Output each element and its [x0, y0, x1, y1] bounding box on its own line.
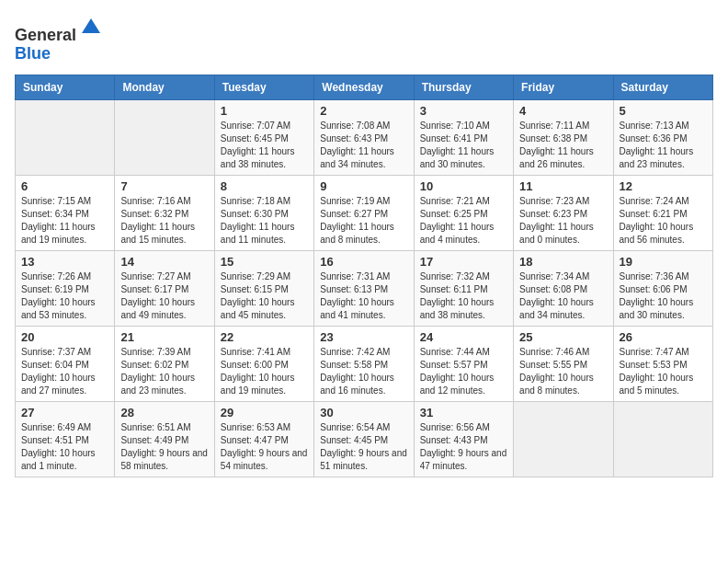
day-number: 20: [21, 330, 108, 344]
calendar-week-row: 13Sunrise: 7:26 AM Sunset: 6:19 PM Dayli…: [16, 250, 713, 326]
calendar-cell: 11Sunrise: 7:23 AM Sunset: 6:23 PM Dayli…: [514, 175, 613, 250]
calendar-cell: 6Sunrise: 7:15 AM Sunset: 6:34 PM Daylig…: [16, 175, 115, 250]
day-info: Sunrise: 7:47 AM Sunset: 5:53 PM Dayligh…: [620, 346, 707, 397]
day-number: 6: [21, 179, 108, 193]
calendar-cell: 19Sunrise: 7:36 AM Sunset: 6:06 PM Dayli…: [613, 250, 712, 326]
page-header: General Blue: [15, 15, 713, 63]
calendar-cell: 23Sunrise: 7:42 AM Sunset: 5:58 PM Dayli…: [314, 326, 414, 401]
calendar-week-row: 20Sunrise: 7:37 AM Sunset: 6:04 PM Dayli…: [16, 326, 713, 401]
day-number: 15: [221, 255, 308, 269]
day-info: Sunrise: 7:32 AM Sunset: 6:11 PM Dayligh…: [420, 270, 507, 322]
day-number: 13: [21, 255, 108, 269]
calendar-cell: 22Sunrise: 7:41 AM Sunset: 6:00 PM Dayli…: [214, 326, 313, 401]
calendar-cell: [514, 401, 613, 477]
day-number: 5: [620, 104, 707, 118]
day-number: 26: [620, 330, 707, 344]
weekday-header-wednesday: Wednesday: [314, 75, 414, 99]
calendar-cell: 15Sunrise: 7:29 AM Sunset: 6:15 PM Dayli…: [214, 250, 313, 326]
calendar-week-row: 6Sunrise: 7:15 AM Sunset: 6:34 PM Daylig…: [16, 175, 713, 250]
calendar-cell: 12Sunrise: 7:24 AM Sunset: 6:21 PM Dayli…: [613, 175, 712, 250]
calendar-cell: 8Sunrise: 7:18 AM Sunset: 6:30 PM Daylig…: [214, 175, 313, 250]
calendar-week-row: 1Sunrise: 7:07 AM Sunset: 6:45 PM Daylig…: [16, 99, 713, 175]
weekday-header-saturday: Saturday: [613, 75, 712, 99]
calendar-cell: 31Sunrise: 6:56 AM Sunset: 4:43 PM Dayli…: [414, 401, 513, 477]
day-info: Sunrise: 7:34 AM Sunset: 6:08 PM Dayligh…: [519, 270, 607, 322]
day-number: 19: [620, 255, 707, 269]
day-info: Sunrise: 7:10 AM Sunset: 6:41 PM Dayligh…: [420, 120, 507, 171]
calendar-cell: 2Sunrise: 7:08 AM Sunset: 6:43 PM Daylig…: [314, 99, 414, 175]
calendar-cell: 10Sunrise: 7:21 AM Sunset: 6:25 PM Dayli…: [414, 175, 513, 250]
weekday-header-row: SundayMondayTuesdayWednesdayThursdayFrid…: [16, 75, 713, 99]
calendar-week-row: 27Sunrise: 6:49 AM Sunset: 4:51 PM Dayli…: [16, 401, 713, 477]
logo: General Blue: [15, 15, 104, 63]
calendar-cell: [16, 99, 115, 175]
calendar-cell: 16Sunrise: 7:31 AM Sunset: 6:13 PM Dayli…: [314, 250, 414, 326]
day-info: Sunrise: 6:54 AM Sunset: 4:45 PM Dayligh…: [320, 421, 407, 473]
day-info: Sunrise: 7:29 AM Sunset: 6:15 PM Dayligh…: [221, 270, 308, 322]
calendar-cell: 21Sunrise: 7:39 AM Sunset: 6:02 PM Dayli…: [115, 326, 214, 401]
calendar-cell: 28Sunrise: 6:51 AM Sunset: 4:49 PM Dayli…: [115, 401, 214, 477]
day-number: 1: [221, 104, 308, 118]
day-info: Sunrise: 7:31 AM Sunset: 6:13 PM Dayligh…: [320, 270, 407, 322]
weekday-header-thursday: Thursday: [414, 75, 513, 99]
calendar-cell: 29Sunrise: 6:53 AM Sunset: 4:47 PM Dayli…: [214, 401, 313, 477]
day-info: Sunrise: 6:51 AM Sunset: 4:49 PM Dayligh…: [120, 421, 208, 473]
calendar-cell: 24Sunrise: 7:44 AM Sunset: 5:57 PM Dayli…: [414, 326, 513, 401]
weekday-header-sunday: Sunday: [16, 75, 115, 99]
logo-icon: [78, 15, 104, 40]
day-number: 27: [21, 406, 108, 419]
day-number: 28: [120, 406, 208, 419]
logo-blue: Blue: [15, 44, 51, 63]
day-number: 7: [120, 179, 208, 193]
calendar-table: SundayMondayTuesdayWednesdayThursdayFrid…: [15, 75, 713, 477]
calendar-cell: [613, 401, 712, 477]
weekday-header-monday: Monday: [115, 75, 214, 99]
day-number: 23: [320, 330, 407, 344]
day-info: Sunrise: 7:08 AM Sunset: 6:43 PM Dayligh…: [320, 120, 407, 171]
day-info: Sunrise: 7:36 AM Sunset: 6:06 PM Dayligh…: [620, 270, 707, 322]
day-number: 14: [120, 255, 208, 269]
day-info: Sunrise: 7:41 AM Sunset: 6:00 PM Dayligh…: [221, 346, 308, 397]
day-number: 10: [420, 179, 507, 193]
day-info: Sunrise: 7:39 AM Sunset: 6:02 PM Dayligh…: [120, 346, 208, 397]
day-info: Sunrise: 7:46 AM Sunset: 5:55 PM Dayligh…: [519, 346, 607, 397]
calendar-cell: 30Sunrise: 6:54 AM Sunset: 4:45 PM Dayli…: [314, 401, 414, 477]
calendar-cell: 17Sunrise: 7:32 AM Sunset: 6:11 PM Dayli…: [414, 250, 513, 326]
day-number: 25: [519, 330, 607, 344]
calendar-cell: 26Sunrise: 7:47 AM Sunset: 5:53 PM Dayli…: [613, 326, 712, 401]
day-info: Sunrise: 7:07 AM Sunset: 6:45 PM Dayligh…: [221, 120, 308, 171]
day-number: 22: [221, 330, 308, 344]
day-info: Sunrise: 7:42 AM Sunset: 5:58 PM Dayligh…: [320, 346, 407, 397]
logo-general: General: [15, 26, 76, 44]
calendar-cell: 14Sunrise: 7:27 AM Sunset: 6:17 PM Dayli…: [115, 250, 214, 326]
day-info: Sunrise: 7:21 AM Sunset: 6:25 PM Dayligh…: [420, 195, 507, 247]
calendar-cell: 4Sunrise: 7:11 AM Sunset: 6:38 PM Daylig…: [514, 99, 613, 175]
weekday-header-tuesday: Tuesday: [214, 75, 313, 99]
day-number: 9: [320, 179, 407, 193]
calendar-cell: 13Sunrise: 7:26 AM Sunset: 6:19 PM Dayli…: [16, 250, 115, 326]
day-number: 29: [221, 406, 308, 419]
calendar-cell: 18Sunrise: 7:34 AM Sunset: 6:08 PM Dayli…: [514, 250, 613, 326]
svg-marker-0: [82, 18, 100, 33]
day-info: Sunrise: 7:18 AM Sunset: 6:30 PM Dayligh…: [221, 195, 308, 247]
day-number: 2: [320, 104, 407, 118]
weekday-header-friday: Friday: [514, 75, 613, 99]
calendar-cell: 9Sunrise: 7:19 AM Sunset: 6:27 PM Daylig…: [314, 175, 414, 250]
day-number: 18: [519, 255, 607, 269]
day-info: Sunrise: 6:53 AM Sunset: 4:47 PM Dayligh…: [221, 421, 308, 473]
day-number: 11: [519, 179, 607, 193]
day-info: Sunrise: 7:44 AM Sunset: 5:57 PM Dayligh…: [420, 346, 507, 397]
day-info: Sunrise: 7:24 AM Sunset: 6:21 PM Dayligh…: [620, 195, 707, 247]
day-number: 24: [420, 330, 507, 344]
calendar-cell: 3Sunrise: 7:10 AM Sunset: 6:41 PM Daylig…: [414, 99, 513, 175]
day-info: Sunrise: 7:13 AM Sunset: 6:36 PM Dayligh…: [620, 120, 707, 171]
day-info: Sunrise: 7:19 AM Sunset: 6:27 PM Dayligh…: [320, 195, 407, 247]
day-info: Sunrise: 7:15 AM Sunset: 6:34 PM Dayligh…: [21, 195, 108, 247]
day-number: 8: [221, 179, 308, 193]
day-info: Sunrise: 7:16 AM Sunset: 6:32 PM Dayligh…: [120, 195, 208, 247]
day-number: 16: [320, 255, 407, 269]
day-info: Sunrise: 7:23 AM Sunset: 6:23 PM Dayligh…: [519, 195, 607, 247]
calendar-cell: 7Sunrise: 7:16 AM Sunset: 6:32 PM Daylig…: [115, 175, 214, 250]
day-info: Sunrise: 7:11 AM Sunset: 6:38 PM Dayligh…: [519, 120, 607, 171]
day-info: Sunrise: 7:37 AM Sunset: 6:04 PM Dayligh…: [21, 346, 108, 397]
